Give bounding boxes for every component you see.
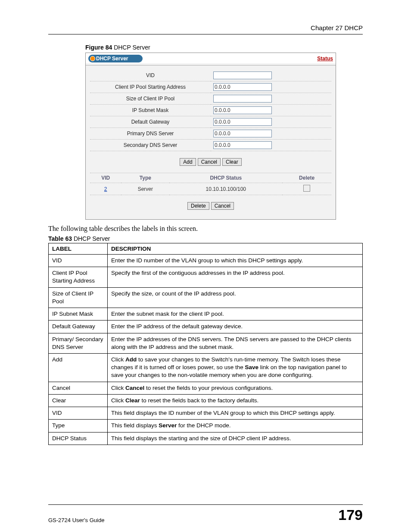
table-row: CancelClick Cancel to reset the fields t… [49,382,363,394]
page-number: 179 [338,507,363,523]
col-vid: VID [90,173,121,183]
cell-description: Enter the subnet mask for the client IP … [108,308,363,320]
cell-label: Type [49,420,108,432]
table-row: TypeThis field displays Server for the D… [49,420,363,432]
figure-caption-title: DHCP Server [112,44,150,51]
col-delete: Delete [282,173,331,183]
row-status: 10.10.10.100/100 [169,183,282,195]
table-row: Primary/ Secondary DNS ServerEnter the I… [49,333,363,353]
input-vid[interactable] [213,72,272,79]
table-row: IP Subnet MaskEnter the subnet mask for … [49,308,363,320]
table-row: Default GatewayEnter the IP address of t… [49,320,363,333]
cell-label: VID [49,407,108,420]
col-type: Type [121,173,169,183]
cell-description: Enter the IP addresses of the DNS server… [108,333,363,353]
cell-label: Size of Client IP Pool [49,287,108,308]
label-pool-size: Size of Client IP Pool [90,93,211,105]
cell-description: Specify the size, or count of the IP add… [108,287,363,308]
input-pool-start[interactable] [213,83,272,91]
input-dns1[interactable] [213,130,272,137]
cell-label: Cancel [49,382,108,394]
label-dns2: Secondary DNS Server [90,140,211,151]
row-delete-checkbox[interactable] [303,185,310,192]
add-button[interactable]: Add [180,158,196,166]
cell-label: Default Gateway [49,320,108,333]
cell-description: Enter the IP address of the default gate… [108,320,363,333]
table-row: AddClick Add to save your changes to the… [49,353,363,382]
table-row: Client IP Pool Starting AddressSpecify t… [49,267,363,287]
table-row: Size of Client IP PoolSpecify the size, … [49,287,363,308]
cell-description: Specify the first of the contiguous addr… [108,267,363,287]
panel-title: DHCP Server [96,56,128,62]
table-caption: Table 63 DHCP Server [48,235,363,242]
label-subnet: IP Subnet Mask [90,105,211,116]
input-gateway[interactable] [213,118,272,126]
label-vid: VID [90,70,211,81]
figure-caption-number: Figure 84 [85,44,112,51]
body-paragraph: The following table describes the labels… [48,225,363,233]
input-subnet[interactable] [213,106,272,114]
cell-description: Click Cancel to reset the fields to your… [108,382,363,394]
footer-guide: GS-2724 User's Guide [48,517,104,523]
cell-description: Click Add to save your changes to the Sw… [108,353,363,382]
table-row: ClearClick Clear to reset the fields bac… [49,394,363,407]
table-row: DHCP StatusThis field displays the start… [49,432,363,445]
header-label: LABEL [49,243,108,255]
cancel-bottom-button[interactable]: Cancel [211,202,234,210]
input-dns2[interactable] [213,141,272,149]
dhcp-server-screenshot: DHCP Server Status VID Client IP Pool St… [85,53,336,220]
clear-button[interactable]: Clear [222,158,242,166]
table-row: 2 Server 10.10.10.100/100 [90,183,331,195]
table-caption-title: DHCP Server [72,235,110,242]
figure-caption: Figure 84 DHCP Server [85,44,363,51]
chapter-header: Chapter 27 DHCP [48,21,363,34]
label-gateway: Default Gateway [90,116,211,128]
cancel-button[interactable]: Cancel [198,158,221,166]
cell-label: Add [49,353,108,382]
label-dns1: Primary DNS Server [90,128,211,140]
row-vid-link[interactable]: 2 [104,186,107,192]
cell-label: Client IP Pool Starting Address [49,267,108,287]
status-link[interactable]: Status [317,56,333,62]
cell-label: Clear [49,394,108,407]
cell-label: DHCP Status [49,432,108,445]
cell-description: This field displays the ID number of the… [108,407,363,420]
table-caption-number: Table 63 [48,235,72,242]
col-status: DHCP Status [169,173,282,183]
header-desc: DESCRIPTION [108,243,363,255]
cell-description: Click Clear to reset the fields back to … [108,394,363,407]
cell-description: This field displays Server for the DHCP … [108,420,363,432]
cell-label: Primary/ Secondary DNS Server [49,333,108,353]
input-pool-size[interactable] [213,95,272,103]
description-table: LABEL DESCRIPTION VIDEnter the ID number… [48,243,363,445]
panel-title-pill: DHCP Server [88,55,143,62]
cell-label: VID [49,255,108,267]
row-type: Server [121,183,169,195]
table-row: VIDEnter the ID number of the VLAN group… [49,255,363,267]
label-pool-start: Client IP Pool Starting Address [90,81,211,93]
cell-description: Enter the ID number of the VLAN group to… [108,255,363,267]
table-row: VIDThis field displays the ID number of … [49,407,363,420]
cell-label: IP Subnet Mask [49,308,108,320]
delete-button[interactable]: Delete [187,202,209,210]
cell-description: This field displays the starting and the… [108,432,363,445]
